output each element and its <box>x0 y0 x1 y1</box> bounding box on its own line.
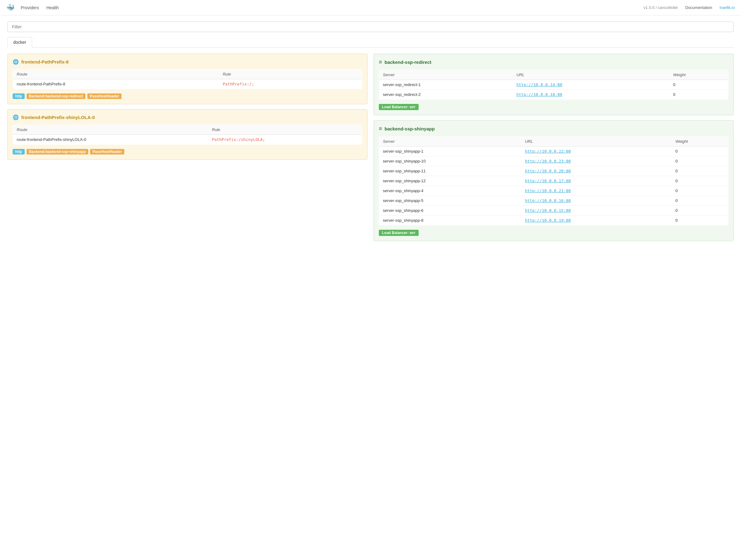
server-name-1-7: server-ssp_shinyapp-8 <box>379 216 521 225</box>
frontend-name-1: frontend-PathPrefix-shinyLOLA-0 <box>21 115 95 120</box>
server-col-header-1: Server <box>379 137 521 146</box>
list-icon-0 <box>379 59 382 65</box>
server-url-0-1: http://10.0.0.18:80 <box>513 90 669 99</box>
server-url-1-7: http://10.0.0.19:80 <box>521 216 672 225</box>
server-name-1-1: server-ssp_shinyapp-10 <box>379 156 521 166</box>
table-row: route-frontend-PathPrefix-8 PathPrefix:/… <box>13 79 362 89</box>
table-row: route-frontend-PathPrefix-shinyLOLA-0 Pa… <box>13 135 362 145</box>
weight-col-header-0: Weight <box>669 70 728 80</box>
provider-tabs: docker <box>7 37 734 48</box>
server-url-link-1-6[interactable]: http://10.0.0.15:80 <box>525 208 571 213</box>
filter-input[interactable] <box>7 21 734 32</box>
server-url-1-5: http://10.0.0.16:80 <box>521 196 672 206</box>
url-col-header-1: URL <box>521 137 672 146</box>
main-content: docker 🌐 frontend-PathPrefix-8 Route Rul… <box>0 15 741 252</box>
server-url-link-1-7[interactable]: http://10.0.0.19:80 <box>525 218 571 223</box>
globe-icon-1: 🌐 <box>13 115 19 120</box>
server-weight-1-7: 0 <box>672 216 728 225</box>
route-col-header-0: Route <box>13 69 219 79</box>
route-name-0-0: route-frontend-PathPrefix-8 <box>13 79 219 89</box>
tag-backend-1: Backend:backend-ssp-shinyapp <box>26 149 88 154</box>
backend-title-1: backend-ssp-shinyapp <box>379 126 728 132</box>
backend-title-0: backend-ssp-redirect <box>379 59 728 65</box>
backends-column: backend-ssp-redirect Server URL Weight s… <box>374 54 734 246</box>
frontends-column: 🌐 frontend-PathPrefix-8 Route Rule route… <box>7 54 367 165</box>
route-name-1-0: route-frontend-PathPrefix-shinyLOLA-0 <box>13 135 209 145</box>
backend-card-0: backend-ssp-redirect Server URL Weight s… <box>374 54 734 115</box>
server-weight-1-6: 0 <box>672 206 728 216</box>
tag-passhost-1: PassHostHeader <box>90 149 124 154</box>
url-col-header-0: URL <box>513 70 669 80</box>
server-url-1-1: http://10.0.0.23:80 <box>521 156 672 166</box>
server-url-link-0-1[interactable]: http://10.0.0.18:80 <box>517 92 562 97</box>
weight-col-header-1: Weight <box>672 137 728 146</box>
tag-backend-0: Backend:backend-ssp-redirect <box>26 93 85 99</box>
route-rule-1-0: PathPrefix:/shinyLOLA; <box>208 135 362 145</box>
rule-col-header-0: Rule <box>219 69 362 79</box>
version-label: v1.5.0 / cancoillotte <box>644 5 678 10</box>
globe-icon-0: 🌐 <box>13 59 19 65</box>
server-url-link-1-2[interactable]: http://10.0.0.20:80 <box>525 169 571 173</box>
server-name-1-4: server-ssp_shinyapp-4 <box>379 186 521 196</box>
table-row: server-ssp_shinyapp-4 http://10.0.0.21:8… <box>379 186 728 196</box>
server-url-1-2: http://10.0.0.20:80 <box>521 166 672 176</box>
server-weight-1-3: 0 <box>672 176 728 186</box>
lb-badge-1: Load Balancer: wrr <box>379 230 419 236</box>
server-url-link-0-0[interactable]: http://10.0.0.14:80 <box>517 82 562 87</box>
server-url-link-1-1[interactable]: http://10.0.0.23:80 <box>525 159 571 163</box>
server-name-0-1: server-ssp_redirect-2 <box>379 90 513 99</box>
tag-http-0: http <box>13 93 25 99</box>
traefik-link[interactable]: traefik.io <box>720 5 735 10</box>
backend-card-1: backend-ssp-shinyapp Server URL Weight s… <box>374 120 734 241</box>
server-url-link-1-0[interactable]: http://10.0.0.22:80 <box>525 149 571 154</box>
route-rule-0-0: PathPrefix:/; <box>219 79 362 89</box>
server-name-1-5: server-ssp_shinyapp-5 <box>379 196 521 206</box>
nav-health[interactable]: Health <box>46 4 59 11</box>
server-weight-1-4: 0 <box>672 186 728 196</box>
server-url-1-0: http://10.0.0.22:80 <box>521 146 672 156</box>
table-row: server-ssp_redirect-1 http://10.0.0.14:8… <box>379 80 728 90</box>
header: 🐳 Providers Health v1.5.0 / cancoillotte… <box>0 0 741 15</box>
list-icon-1 <box>379 126 382 132</box>
table-row: server-ssp_shinyapp-8 http://10.0.0.19:8… <box>379 216 728 225</box>
server-url-link-1-5[interactable]: http://10.0.0.16:80 <box>525 198 571 203</box>
server-col-header-0: Server <box>379 70 513 80</box>
frontend-title-0: 🌐 frontend-PathPrefix-8 <box>13 59 362 65</box>
frontend-title-1: 🌐 frontend-PathPrefix-shinyLOLA-0 <box>13 115 362 120</box>
backend-name-1: backend-ssp-shinyapp <box>385 126 435 131</box>
tab-docker[interactable]: docker <box>7 37 32 48</box>
server-url-link-1-3[interactable]: http://10.0.0.17:80 <box>525 179 571 183</box>
frontend-card-0: 🌐 frontend-PathPrefix-8 Route Rule route… <box>7 54 367 104</box>
route-col-header-1: Route <box>13 125 209 135</box>
table-row: server-ssp_shinyapp-11 http://10.0.0.20:… <box>379 166 728 176</box>
documentation-link[interactable]: Documentation <box>685 5 712 10</box>
server-weight-0-1: 0 <box>669 90 728 99</box>
server-table-1: Server URL Weight server-ssp_shinyapp-1 … <box>379 136 728 225</box>
backend-name-0: backend-ssp-redirect <box>385 60 431 65</box>
server-name-1-6: server-ssp_shinyapp-6 <box>379 206 521 216</box>
server-url-link-1-4[interactable]: http://10.0.0.21:80 <box>525 189 571 193</box>
server-url-1-4: http://10.0.0.21:80 <box>521 186 672 196</box>
server-name-1-0: server-ssp_shinyapp-1 <box>379 146 521 156</box>
server-name-1-3: server-ssp_shinyapp-12 <box>379 176 521 186</box>
table-row: server-ssp_shinyapp-6 http://10.0.0.15:8… <box>379 206 728 216</box>
server-url-0-0: http://10.0.0.14:80 <box>513 80 669 90</box>
rule-col-header-1: Rule <box>208 125 362 135</box>
server-name-0-0: server-ssp_redirect-1 <box>379 80 513 90</box>
main-nav: Providers Health <box>21 4 644 11</box>
route-table-1: Route Rule route-frontend-PathPrefix-shi… <box>13 125 362 145</box>
frontend-tags-1: http Backend:backend-ssp-shinyapp PassHo… <box>13 149 362 154</box>
header-right: v1.5.0 / cancoillotte Documentation trae… <box>644 5 735 10</box>
frontend-tags-0: http Backend:backend-ssp-redirect PassHo… <box>13 93 362 99</box>
app-logo: 🐳 <box>6 4 14 12</box>
nav-providers[interactable]: Providers <box>21 4 39 11</box>
server-weight-1-2: 0 <box>672 166 728 176</box>
server-weight-1-1: 0 <box>672 156 728 166</box>
server-name-1-2: server-ssp_shinyapp-11 <box>379 166 521 176</box>
table-row: server-ssp_shinyapp-5 http://10.0.0.16:8… <box>379 196 728 206</box>
server-weight-0-0: 0 <box>669 80 728 90</box>
table-row: server-ssp_redirect-2 http://10.0.0.18:8… <box>379 90 728 99</box>
server-url-1-6: http://10.0.0.15:80 <box>521 206 672 216</box>
content-grid: 🌐 frontend-PathPrefix-8 Route Rule route… <box>7 54 734 246</box>
server-weight-1-0: 0 <box>672 146 728 156</box>
